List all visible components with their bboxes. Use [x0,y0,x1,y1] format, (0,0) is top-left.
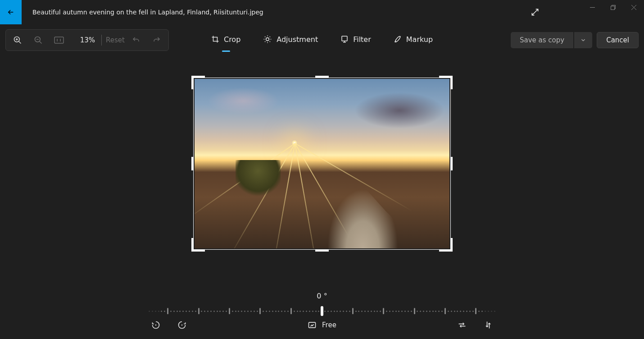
back-button[interactable] [0,0,22,24]
chevron-down-icon [580,37,586,43]
svg-rect-1 [611,6,614,9]
crop-handle-tl[interactable] [191,76,194,89]
save-label: Save as copy [520,36,564,44]
tab-crop-label: Crop [224,35,240,44]
cancel-label: Cancel [606,36,629,44]
zoom-in-button[interactable] [10,33,25,47]
redo-icon [153,36,161,44]
crop-handle-top[interactable] [315,76,329,78]
titlebar: Beautiful autumn evening on the fell in … [0,0,644,24]
tab-adjustment-label: Adjustment [277,35,318,44]
divider [101,35,102,46]
mode-tabs: Crop Adjustment Filter Markup [211,35,433,46]
tab-adjustment[interactable]: Adjustment [263,35,318,46]
tab-filter[interactable]: Filter [340,35,371,46]
filter-icon [340,35,349,43]
zoom-out-icon [34,36,43,45]
crop-handle-right[interactable] [450,157,453,170]
aspect-icon [308,321,317,330]
save-as-copy-button[interactable]: Save as copy [511,32,573,48]
svg-point-5 [266,38,269,41]
flip-horizontal-button[interactable] [455,318,469,332]
rotation-dial[interactable] [149,307,495,316]
svg-point-7 [155,325,157,326]
undo-icon [132,36,140,44]
window-controls [582,0,644,14]
crop-handle-bl[interactable] [191,238,194,252]
svg-rect-4 [54,37,63,43]
crop-frame[interactable] [193,78,451,250]
canvas-area [0,56,644,271]
fullscreen-button[interactable] [530,7,540,18]
minimize-icon [590,5,595,10]
tab-filter-label: Filter [353,35,371,44]
rotation-dial-thumb[interactable] [321,306,323,316]
tab-crop[interactable]: Crop [211,35,240,46]
cancel-button[interactable]: Cancel [597,32,639,48]
maximize-button[interactable] [603,0,623,14]
aspect-label: Free [322,321,336,329]
adjustment-icon [263,35,272,44]
rotation-angle-label: 0 ° [317,292,327,300]
zoom-out-button[interactable] [31,33,45,47]
svg-point-8 [181,325,183,326]
reset-button[interactable]: Reset [108,33,122,47]
svg-rect-0 [590,7,595,8]
markup-icon [394,35,402,43]
rotate-ccw-button[interactable] [149,318,163,332]
toolbar: 13% Reset Crop Adjustment Filter Markup [0,24,644,56]
one-to-one-icon [54,37,64,44]
crop-icon [211,35,219,43]
filename-label: Beautiful autumn evening on the fell in … [32,9,263,16]
maximize-icon [611,5,616,10]
close-button[interactable] [623,0,644,14]
tab-markup-label: Markup [406,35,433,44]
redo-button[interactable] [150,33,164,47]
save-dropdown-button[interactable] [574,32,592,48]
aspect-ratio-button[interactable]: Free [308,321,336,330]
flip-horizontal-icon [458,321,467,330]
zoom-in-icon [13,36,22,45]
crop-handle-left[interactable] [191,157,194,170]
crop-handle-tr[interactable] [450,76,453,89]
action-buttons: Save as copy Cancel [511,32,639,48]
flip-vertical-icon [484,321,493,330]
rotate-ccw-icon [151,321,160,330]
crop-footer: Free [149,317,495,333]
expand-icon [531,8,540,17]
image-preview [195,79,449,248]
rotation-controls: 0 ° [0,292,644,316]
flip-vertical-button[interactable] [481,318,495,332]
svg-rect-6 [342,36,347,41]
zoom-controls: 13% Reset [5,29,169,51]
crop-handle-bottom[interactable] [315,249,329,252]
tab-markup[interactable]: Markup [394,35,433,46]
zoom-percentage: 13% [73,36,95,44]
crop-handle-br[interactable] [450,238,453,252]
actual-size-button[interactable] [52,33,66,47]
close-icon [631,5,636,10]
minimize-button[interactable] [582,0,603,14]
rotate-cw-button[interactable] [175,318,189,332]
undo-button[interactable] [129,33,143,47]
rotate-cw-icon [177,321,186,330]
arrow-left-icon [7,8,15,16]
